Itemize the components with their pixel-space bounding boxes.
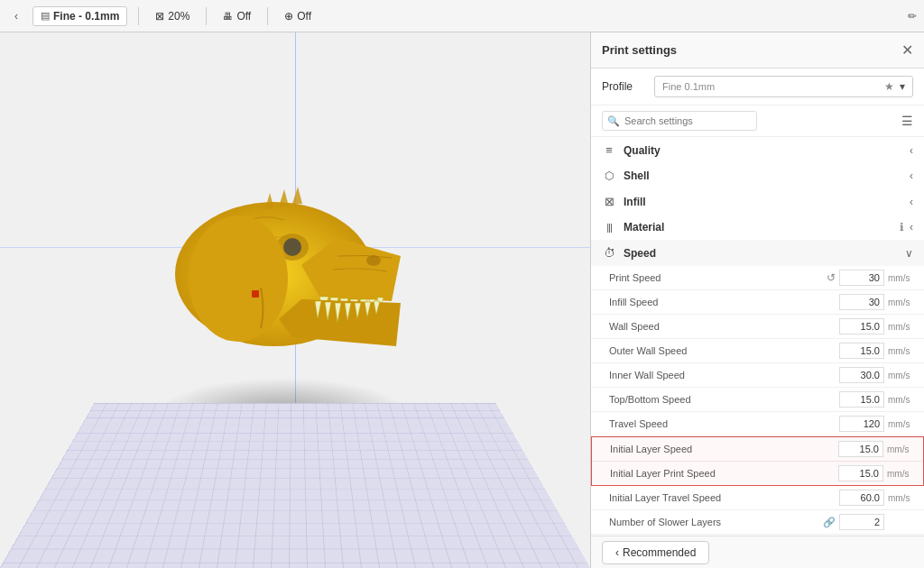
- inner-wall-speed-input[interactable]: [839, 367, 884, 383]
- infill-icon: ⊠: [155, 10, 164, 23]
- initial-layer-speed-unit: mm/s: [887, 444, 912, 454]
- svg-marker-23: [292, 187, 302, 204]
- shell-label: Shell: [624, 169, 650, 182]
- support-icon: 🖶: [223, 11, 233, 22]
- shell-section-left: ⬡ Shell: [602, 169, 650, 182]
- svg-point-20: [189, 215, 288, 342]
- grid-floor: [0, 404, 590, 568]
- adhesion-button[interactable]: ⊕ Off: [279, 7, 317, 25]
- travel-speed-row: Travel Speed mm/s: [591, 412, 924, 436]
- recommended-label: Recommended: [623, 546, 696, 559]
- shell-section-header[interactable]: ⬡ Shell ‹: [591, 163, 924, 188]
- outer-wall-speed-input[interactable]: [839, 343, 884, 359]
- topbottom-speed-unit: mm/s: [888, 395, 913, 405]
- profile-name: Fine - 0.1mm: [53, 10, 119, 23]
- inner-wall-speed-row: Inner Wall Speed mm/s: [591, 363, 924, 388]
- outer-wall-speed-unit: mm/s: [888, 346, 913, 356]
- profile-selector[interactable]: ▤ Fine - 0.1mm: [32, 6, 127, 26]
- speed-label: Speed: [624, 247, 656, 260]
- infill-button[interactable]: ⊠ 20%: [150, 7, 195, 25]
- collapse-button[interactable]: ‹: [7, 7, 25, 25]
- infill-speed-unit: mm/s: [888, 298, 913, 307]
- infill-chevron: ‹: [910, 196, 913, 208]
- profile-dropdown[interactable]: Fine 0.1mm ★ ▾: [654, 76, 913, 97]
- topbottom-speed-name: Top/Bottom Speed: [609, 394, 839, 405]
- separator2: [206, 7, 207, 25]
- infill-speed-row: Infill Speed mm/s: [591, 290, 924, 315]
- material-icon: |||: [602, 222, 616, 233]
- highlighted-group: Initial Layer Speed mm/s Initial Layer P…: [591, 436, 924, 486]
- speed-section-header[interactable]: ⏱ Speed ∨: [591, 240, 924, 266]
- outer-wall-speed-name: Outer Wall Speed: [609, 345, 839, 356]
- reset-icon[interactable]: ↺: [827, 271, 836, 284]
- profile-value: Fine 0.1mm: [662, 81, 715, 92]
- profile-row: Profile Fine 0.1mm ★ ▾: [591, 69, 924, 105]
- toolbar: ‹ ▤ Fine - 0.1mm ⊠ 20% 🖶 Off ⊕ Off ✏: [0, 0, 924, 32]
- close-button[interactable]: ✕: [901, 41, 913, 59]
- recommended-button[interactable]: ‹ Recommended: [602, 541, 709, 564]
- svg-marker-22: [279, 189, 289, 206]
- slower-layers-input[interactable]: [839, 514, 884, 530]
- main-content: Print settings ✕ Profile Fine 0.1mm ★ ▾ …: [0, 32, 924, 568]
- inner-wall-speed-unit: mm/s: [888, 371, 913, 380]
- wall-speed-name: Wall Speed: [609, 321, 839, 332]
- panel-header: Print settings ✕: [591, 32, 924, 69]
- support-button[interactable]: 🖶 Off: [217, 7, 256, 25]
- initial-layer-travel-speed-unit: mm/s: [888, 493, 913, 503]
- pen-icon: ✏: [908, 10, 917, 23]
- menu-icon[interactable]: ☰: [901, 114, 913, 128]
- topbottom-speed-input[interactable]: [839, 391, 884, 408]
- wall-speed-input[interactable]: [839, 318, 884, 334]
- quality-icon: ≡: [602, 143, 616, 157]
- print-speed-input[interactable]: [839, 270, 884, 286]
- print-settings-panel: Print settings ✕ Profile Fine 0.1mm ★ ▾ …: [590, 32, 924, 568]
- outer-wall-speed-row: Outer Wall Speed mm/s: [591, 339, 924, 363]
- material-section-header[interactable]: ||| Material ℹ ‹: [591, 215, 924, 240]
- infill-speed-name: Infill Speed: [609, 297, 839, 307]
- infill-speed-input[interactable]: [839, 294, 884, 310]
- travel-speed-input[interactable]: [839, 416, 884, 432]
- slower-layers-name: Number of Slower Layers: [609, 517, 823, 527]
- separator3: [267, 7, 268, 25]
- pen-button[interactable]: ✏: [908, 10, 917, 23]
- initial-layer-travel-speed-input[interactable]: [839, 490, 884, 506]
- panel-title: Print settings: [602, 43, 677, 57]
- initial-layer-print-speed-name: Initial Layer Print Speed: [610, 468, 838, 479]
- 3d-model: [121, 157, 410, 418]
- travel-speed-unit: mm/s: [888, 419, 913, 429]
- quality-chevron: ‹: [910, 144, 913, 157]
- bottom-bar: ‹ Recommended: [591, 536, 924, 568]
- material-label: Material: [624, 221, 664, 234]
- infill-label: Infill: [624, 196, 646, 208]
- material-chevron: ‹: [910, 221, 913, 234]
- wall-speed-unit: mm/s: [888, 322, 913, 332]
- recommended-chevron-icon: ‹: [615, 546, 619, 559]
- infill-section-left: ⊠ Infill: [602, 195, 646, 208]
- search-icon: 🔍: [607, 115, 620, 127]
- shell-icon: ⬡: [602, 169, 616, 182]
- initial-layer-print-speed-input[interactable]: [838, 465, 883, 481]
- initial-layer-travel-speed-name: Initial Layer Travel Speed: [609, 492, 839, 503]
- initial-layer-travel-speed-row: Initial Layer Travel Speed mm/s: [591, 486, 924, 510]
- separator: [138, 7, 139, 25]
- print-speed-name: Print Speed: [609, 272, 827, 283]
- quality-section-header[interactable]: ≡ Quality ‹: [591, 137, 924, 163]
- link-icon[interactable]: 🔗: [823, 517, 836, 528]
- search-input[interactable]: [602, 111, 757, 131]
- quality-label: Quality: [624, 144, 661, 157]
- material-section-left: ||| Material: [602, 221, 664, 234]
- search-row: 🔍 ☰: [591, 105, 924, 137]
- star-icon[interactable]: ★: [884, 80, 894, 93]
- print-speed-unit: mm/s: [888, 273, 913, 283]
- travel-speed-name: Travel Speed: [609, 418, 839, 429]
- initial-layer-speed-input[interactable]: [838, 441, 883, 457]
- infill-value: 20%: [168, 10, 189, 23]
- chevron-down-icon: ▾: [900, 80, 905, 93]
- info-icon[interactable]: ℹ: [900, 221, 904, 234]
- svg-point-3: [283, 238, 301, 256]
- print-speed-row: Print Speed ↺ mm/s: [591, 266, 924, 290]
- infill-section-header[interactable]: ⊠ Infill ‹: [591, 188, 924, 215]
- initial-layer-speed-name: Initial Layer Speed: [610, 444, 838, 454]
- profile-icon: ▤: [41, 10, 50, 22]
- infill-section-icon: ⊠: [602, 195, 616, 208]
